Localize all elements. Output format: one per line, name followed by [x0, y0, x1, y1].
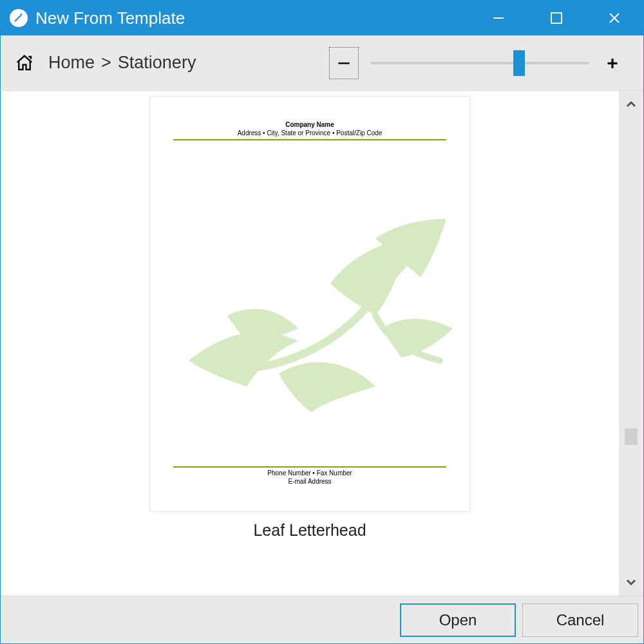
home-icon[interactable] — [15, 53, 34, 73]
template-item[interactable]: Company Name Address • City, State or Pr… — [149, 96, 470, 540]
content-area: Company Name Address • City, State or Pr… — [1, 91, 643, 596]
breadcrumb: Home > Stationery — [48, 53, 196, 73]
zoom-slider[interactable] — [370, 54, 589, 72]
leaf-icon — [182, 219, 453, 431]
zoom-controls: − + — [329, 47, 624, 79]
scroll-up-icon[interactable] — [623, 96, 639, 113]
cancel-button[interactable]: Cancel — [522, 603, 638, 637]
vertical-scrollbar[interactable] — [619, 91, 643, 596]
preview-header: Company Name Address • City, State or Pr… — [173, 121, 446, 140]
minimize-button[interactable] — [469, 1, 527, 35]
preview-phone-fax: Phone Number • Fax Number — [173, 469, 446, 478]
preview-top-rule — [173, 139, 446, 140]
zoom-in-button[interactable]: + — [601, 52, 624, 75]
svg-rect-0 — [493, 17, 504, 19]
scrollbar-track[interactable] — [625, 113, 638, 574]
template-preview: Company Name Address • City, State or Pr… — [149, 96, 470, 512]
scrollbar-thumb[interactable] — [625, 428, 638, 445]
scroll-down-icon[interactable] — [623, 574, 639, 591]
preview-company-name: Company Name — [173, 121, 446, 129]
toolbar: Home > Stationery − + — [1, 35, 643, 91]
window: New From Template Home > Stationery − — [0, 0, 644, 644]
preview-bottom-rule — [173, 466, 446, 468]
template-gallery: Company Name Address • City, State or Pr… — [1, 91, 619, 596]
window-title: New From Template — [35, 8, 185, 28]
template-name-label: Leaf Letterhead — [253, 521, 366, 540]
maximize-button[interactable] — [527, 1, 585, 35]
zoom-slider-track — [370, 62, 589, 64]
preview-email: E-mail Address — [173, 478, 446, 486]
zoom-out-button[interactable]: − — [329, 47, 359, 79]
breadcrumb-separator: > — [101, 53, 111, 73]
zoom-slider-thumb[interactable] — [513, 50, 525, 76]
svg-rect-1 — [551, 13, 562, 23]
close-button[interactable] — [585, 1, 643, 35]
preview-address-line: Address • City, State or Province • Post… — [173, 129, 446, 138]
open-button[interactable]: Open — [400, 603, 516, 637]
app-icon — [10, 9, 28, 27]
breadcrumb-current: Stationery — [118, 53, 196, 73]
titlebar: New From Template — [1, 1, 643, 35]
breadcrumb-home-link[interactable]: Home — [48, 53, 95, 73]
preview-footer: Phone Number • Fax Number E-mail Address — [173, 464, 446, 486]
dialog-footer: Open Cancel — [1, 596, 643, 643]
